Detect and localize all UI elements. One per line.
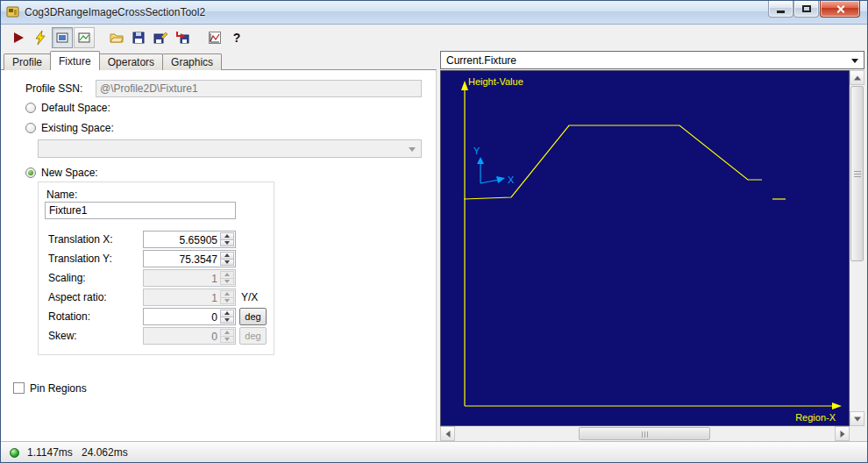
spin-down-icon[interactable]: [220, 317, 234, 324]
translation-x-spinner[interactable]: 5.65905: [143, 231, 236, 248]
aspect-ratio-spinner: 1: [143, 288, 236, 306]
mini-x-axis-label: X: [508, 175, 515, 185]
status-bar: 1.1147ms 24.062ms: [1, 441, 867, 463]
aspect-ratio-units-label: Y/X: [241, 291, 258, 303]
help-icon: ?: [233, 31, 241, 45]
open-button[interactable]: [106, 27, 127, 48]
tab-fixture[interactable]: Fixture: [50, 51, 100, 70]
chevron-down-icon: [409, 147, 416, 152]
profile-graph-display[interactable]: Height-Value Region-X Y X: [440, 70, 850, 426]
status-led-icon: [10, 448, 19, 458]
horizontal-scroll-thumb[interactable]: [579, 427, 710, 440]
maximize-icon: [802, 5, 811, 12]
spin-down-icon[interactable]: [220, 260, 234, 267]
scaling-spinner: 1: [143, 269, 236, 287]
spin-down-icon[interactable]: [220, 240, 234, 247]
titlebar[interactable]: Cog3DRangeImageCrossSectionTool2: [1, 1, 867, 25]
spin-down-icon: [220, 298, 234, 305]
scroll-down-button[interactable]: [850, 411, 864, 426]
scaling-label: Scaling:: [48, 272, 86, 284]
display-selector-combobox[interactable]: Current.Fixture: [440, 51, 864, 69]
translation-y-label: Translation Y:: [48, 253, 112, 265]
save-as-icon: [153, 31, 167, 45]
results-graph-icon: [208, 31, 222, 45]
tab-operators[interactable]: Operators: [99, 53, 163, 70]
spin-down-icon: [220, 337, 234, 344]
profile-ssn-field: @\Profile2D\Fixture1: [96, 80, 422, 97]
minimize-icon: [777, 11, 785, 13]
profile-ssn-label: Profile SSN:: [25, 82, 82, 95]
import-icon: [175, 31, 189, 45]
tabstrip: Profile Fixture Operators Graphics: [4, 51, 221, 70]
close-icon: [836, 4, 845, 14]
status-time-1: 1.1147ms: [27, 446, 73, 459]
new-space-radio[interactable]: [25, 167, 36, 178]
live-display-toggle[interactable]: [52, 27, 73, 48]
x-axis-arrow-icon: [832, 402, 842, 410]
spin-up-icon[interactable]: [220, 232, 234, 240]
translation-x-label: Translation X:: [48, 233, 113, 246]
mini-y-axis-label: Y: [473, 146, 480, 156]
skew-unit-button: deg: [239, 327, 267, 345]
spin-up-icon[interactable]: [220, 310, 234, 317]
save-as-button[interactable]: [150, 27, 171, 48]
rotation-label: Rotation:: [48, 310, 90, 323]
minimize-button[interactable]: [768, 1, 793, 18]
scroll-up-button[interactable]: [850, 70, 864, 85]
translation-y-spinner[interactable]: 75.3547: [143, 250, 236, 267]
existing-space-radio[interactable]: [25, 123, 36, 133]
help-button[interactable]: ?: [226, 27, 247, 48]
new-space-label: New Space:: [41, 167, 98, 179]
profile-graph-svg: Height-Value Region-X Y X: [441, 71, 850, 426]
scroll-right-button[interactable]: [835, 426, 850, 441]
scroll-left-button[interactable]: [440, 426, 455, 441]
name-field[interactable]: Fixture1: [45, 202, 236, 219]
y-axis-arrow-icon: [461, 81, 468, 90]
tab-graphics[interactable]: Graphics: [162, 53, 222, 70]
spin-up-icon[interactable]: [220, 252, 234, 260]
existing-space-label: Existing Space:: [41, 122, 114, 134]
default-space-label: Default Space:: [41, 102, 110, 114]
run-button[interactable]: [8, 27, 29, 48]
spin-down-icon: [220, 279, 234, 286]
y-axis-label: Height-Value: [468, 76, 523, 87]
rotation-unit-button[interactable]: deg: [239, 308, 267, 325]
skew-spinner: 0: [143, 327, 236, 345]
profile-trace: [464, 125, 762, 199]
rotation-spinner[interactable]: 0: [143, 308, 236, 325]
vertical-scrollbar[interactable]: [850, 70, 864, 426]
app-icon: [6, 5, 20, 19]
image-display-icon: [77, 31, 91, 45]
spin-up-icon: [220, 290, 234, 298]
toolbar: ?: [1, 25, 867, 51]
tool-window: Cog3DRangeImageCrossSectionTool2: [0, 0, 868, 463]
status-time-2: 24.062ms: [82, 446, 128, 459]
default-space-radio[interactable]: [25, 103, 36, 113]
mini-y-arrow-icon: [477, 157, 484, 164]
mini-x-arrow-icon: [496, 176, 505, 183]
save-button[interactable]: [128, 27, 149, 48]
pin-regions-checkbox[interactable]: [13, 382, 25, 394]
aspect-ratio-label: Aspect ratio:: [48, 291, 107, 303]
spin-up-icon: [220, 271, 234, 279]
electric-run-button[interactable]: [30, 27, 51, 48]
tab-profile[interactable]: Profile: [4, 53, 51, 70]
horizontal-scrollbar[interactable]: [440, 426, 850, 441]
maximize-button[interactable]: [793, 1, 819, 18]
live-display-icon: [55, 31, 69, 45]
vertical-scroll-thumb[interactable]: [850, 86, 864, 261]
window-title: Cog3DRangeImageCrossSectionTool2: [25, 6, 205, 18]
existing-space-combobox: [38, 139, 422, 158]
import-button[interactable]: [172, 27, 193, 48]
lightning-icon: [33, 31, 47, 45]
image-display-button[interactable]: [74, 27, 95, 48]
name-label: Name:: [46, 189, 77, 201]
results-graph-button[interactable]: [204, 27, 225, 48]
mini-x-axis-line: [480, 180, 499, 183]
save-icon: [132, 31, 146, 45]
close-button[interactable]: [820, 1, 860, 18]
pin-regions-label: Pin Regions: [30, 382, 87, 395]
window-controls: [768, 1, 860, 18]
open-folder-icon: [110, 31, 124, 45]
spin-up-icon: [220, 329, 234, 337]
